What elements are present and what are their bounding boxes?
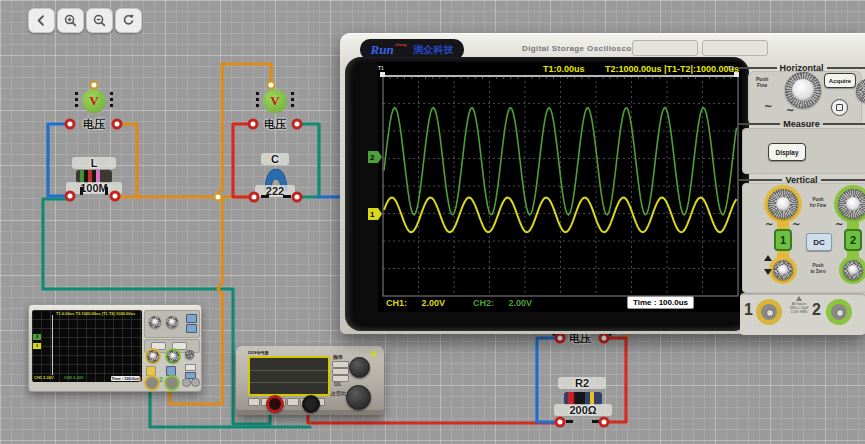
brand-logo-cn: 润众科技 (413, 43, 453, 57)
voltmeter2-right-lead (291, 92, 294, 110)
generator-button-b[interactable] (332, 368, 349, 375)
ch1-readout-label: CH1: (386, 298, 407, 308)
divider (821, 179, 865, 181)
bnc2-connector-pin (836, 309, 844, 317)
voltmeter2-terminal-left[interactable] (248, 119, 259, 130)
divider (738, 67, 777, 69)
ch2-readout-value: 2.00V (509, 298, 533, 308)
generator-terminal-negative[interactable] (302, 395, 320, 413)
scope-display: T1:0.00us T2:1000.00us |T1-T2|:1000.00us… (378, 62, 742, 312)
voltmeter2-terminal-right[interactable] (292, 119, 303, 130)
zoom-out-icon (92, 13, 107, 28)
generator-button-a[interactable] (332, 361, 349, 368)
wire-teal-voltmeter2[interactable] (297, 124, 319, 197)
timebase-readout: Time : 100.0us (627, 296, 694, 309)
zoom-in-button[interactable] (57, 8, 84, 33)
zoom-out-button[interactable] (86, 8, 113, 33)
voltmeter3-terminal-right[interactable] (599, 333, 610, 344)
generator-terminal-positive[interactable] (266, 395, 284, 413)
menu-button-glyph (836, 104, 843, 111)
voltmeter3-terminal-left[interactable] (555, 333, 566, 344)
refresh-icon (121, 13, 136, 28)
brand-logo-super: sheng (395, 42, 407, 47)
dc-coupling-button[interactable]: DC (806, 233, 832, 251)
generator-knob-bottom[interactable] (346, 385, 371, 410)
mini-scope-button-f[interactable] (185, 364, 196, 371)
top-slot-2 (702, 40, 768, 56)
ch1-readout-value: 2.00V (422, 298, 446, 308)
capacitor-terminal-right[interactable] (292, 192, 303, 203)
capacitor-terminal-left[interactable] (249, 192, 260, 203)
mini-scope-button-blue2[interactable] (186, 324, 197, 333)
wire-red-voltmeter2[interactable] (233, 124, 256, 197)
voltmeter1-gauge[interactable]: V (82, 89, 106, 113)
sine-symbol-2: ~ (786, 105, 794, 116)
voltmeter1-terminal-left[interactable] (65, 119, 76, 130)
mini-scope-panel (144, 310, 198, 380)
orange-junction-pin[interactable] (214, 193, 223, 202)
up-arrow-icon (764, 255, 772, 261)
ch2-position-knob-cap (848, 265, 858, 275)
generator-power-led (371, 351, 376, 356)
ch2-scale-knob-cap (846, 197, 860, 211)
inductor-lead-left (80, 187, 83, 195)
capacitor-lead-right (283, 195, 291, 198)
voltmeter1-terminal-right[interactable] (112, 119, 123, 130)
inductor-terminal-right[interactable] (110, 191, 121, 202)
oscilloscope[interactable]: Run sheng 润众科技 Digital Storage Oscillosc… (340, 33, 865, 333)
mini-scope-aux-port2[interactable] (191, 378, 200, 387)
mini-scope-aux-port1[interactable] (182, 378, 191, 387)
mini-scope-time-text: Time : 100.0us (111, 376, 141, 381)
ch2-readout-label: CH2: (473, 298, 494, 308)
wire-orange-top[interactable] (222, 64, 271, 84)
horizontal-menu-button[interactable] (831, 99, 848, 116)
cursor-t1-handle[interactable] (380, 72, 385, 77)
ch2-enable-button[interactable]: 2 (844, 229, 862, 251)
mini-scope-button-blue1[interactable] (186, 314, 197, 323)
ch1-readout: CH1: 2.00V (386, 298, 445, 308)
resistor-terminal-left[interactable] (555, 417, 566, 428)
voltmeter1-top-pin[interactable] (90, 81, 99, 90)
push-to-zero-label: Push to Zero (799, 263, 837, 274)
resistor-terminal-right[interactable] (599, 417, 610, 428)
push-to-zero-line2: to Zero (799, 269, 837, 275)
voltmeter2-top-pin[interactable] (267, 81, 276, 90)
resistor-value: 200Ω (554, 404, 612, 416)
mini-scope-small-knob-e[interactable] (185, 350, 194, 359)
generator-freq-label: 频率 (333, 354, 343, 360)
acquire-button[interactable]: Acquire (824, 73, 856, 88)
voltmeter2-gauge[interactable]: V (263, 89, 287, 113)
inductor-terminal-left[interactable] (65, 191, 76, 202)
horizontal-scale-knob-cap (792, 79, 814, 101)
generator-knob-top[interactable] (349, 357, 370, 378)
refresh-button[interactable] (115, 8, 142, 33)
back-button[interactable] (28, 8, 55, 33)
mini-scope-trigger-line (52, 315, 53, 375)
mini-scope-knob-a-cap (152, 319, 158, 325)
model-text: Digital Storage Oscilloscope (522, 44, 642, 53)
ch1-enable-button[interactable]: 1 (774, 229, 792, 251)
mini-scope-bnc1[interactable] (144, 375, 160, 391)
generator-screen (248, 356, 330, 396)
sine-symbol-1: ~ (764, 101, 772, 112)
generator-ol-label: O/L (334, 382, 342, 387)
down-arrow-icon (764, 269, 772, 275)
circuit-workspace: V 电压 L 100M V 电压 C 222 电压 R2 200Ω T1:0.0… (0, 0, 865, 444)
warning-line3: 150V RMS (786, 310, 812, 314)
back-icon (34, 13, 49, 28)
bnc2-label: 2 (812, 301, 821, 319)
mini-scope-bnc2[interactable] (164, 375, 180, 391)
generator-title: DDS信号源 (248, 350, 268, 355)
display-button[interactable]: Display (768, 143, 806, 161)
capacitor-lead-left (261, 195, 269, 198)
generator-button-c[interactable] (332, 375, 349, 382)
mini-oscilloscope[interactable]: T1:0.00us T2:1000.00us |T1-T2|:1000.00us… (28, 302, 208, 394)
generator-duty-label: 占空比 (331, 390, 346, 396)
generator-screen-line1 (250, 370, 328, 371)
generator-softkey-1[interactable] (248, 398, 260, 406)
signal-generator[interactable]: DDS信号源 频率 O/L 占空比 (236, 344, 386, 416)
voltmeter2-left-lead (256, 92, 259, 110)
zoom-in-icon (63, 13, 78, 28)
fine-label: Fine (756, 82, 768, 88)
generator-softkey-4[interactable] (287, 398, 299, 406)
